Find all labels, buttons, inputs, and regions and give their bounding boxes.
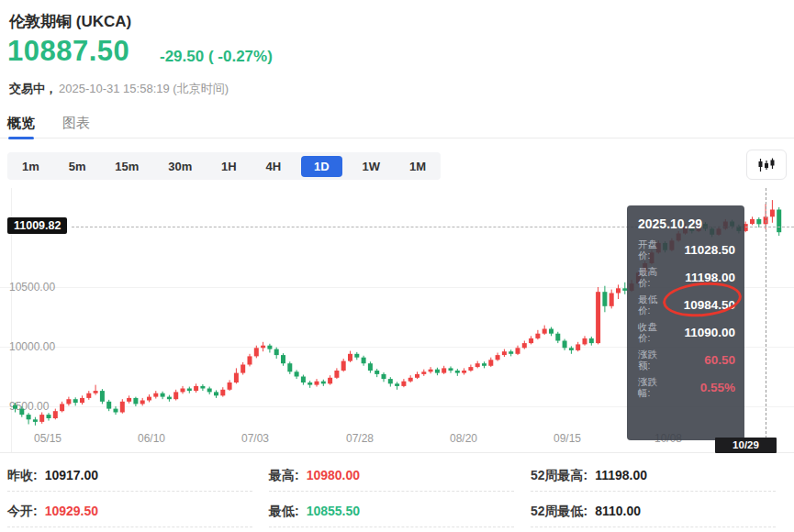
ohlc-tooltip: 2025.10.29 开盘价: 11028.50 最高价: 11198.00 最… bbox=[627, 205, 744, 440]
interval-1m-month[interactable]: 1M bbox=[400, 156, 435, 177]
tooltip-row-high: 最高价: 11198.00 bbox=[638, 266, 735, 288]
interval-1m[interactable]: 1m bbox=[13, 156, 49, 177]
interval-5m[interactable]: 5m bbox=[60, 156, 95, 177]
tooltip-change-value: 60.50 bbox=[665, 353, 735, 367]
interval-1d[interactable]: 1D bbox=[301, 156, 342, 177]
tooltip-high-value: 11198.00 bbox=[665, 271, 735, 284]
crosshair-vertical-line bbox=[766, 188, 766, 438]
tooltip-row-change: 涨跌额: 60.50 bbox=[638, 349, 735, 371]
stat-high: 最高:10980.00 bbox=[269, 461, 514, 492]
x-axis-label: 08/20 bbox=[441, 432, 486, 445]
stat-low: 最低:10855.50 bbox=[269, 497, 514, 527]
x-axis-label: 09/15 bbox=[544, 432, 590, 445]
tab-overview[interactable]: 概览 bbox=[7, 115, 35, 132]
price-change: -29.50 ( -0.27%) bbox=[160, 48, 273, 66]
trading-status: 交易中，2025-10-31 15:58:19 (北京时间) bbox=[9, 81, 229, 97]
page-title: 伦敦期铜 (UKCA) bbox=[9, 11, 131, 32]
x-axis-line bbox=[0, 452, 794, 453]
stat-52w-high: 52周最高:11198.00 bbox=[531, 461, 776, 492]
interval-4h[interactable]: 4H bbox=[257, 156, 291, 177]
tooltip-date: 2025.10.29 bbox=[638, 216, 735, 231]
interval-15m[interactable]: 15m bbox=[106, 156, 148, 177]
crosshair-date-badge: 10/29 bbox=[715, 438, 777, 453]
tab-bar: 概览 图表 bbox=[0, 112, 794, 139]
tooltip-low-value: 10984.50 bbox=[665, 298, 735, 312]
x-axis-label: 07/28 bbox=[337, 432, 383, 445]
tooltip-row-change-pct: 涨跌幅: 0.55% bbox=[638, 376, 735, 398]
tooltip-open-value: 11028.50 bbox=[665, 243, 735, 257]
current-price: 10887.50 bbox=[7, 35, 129, 68]
stat-prev-close: 昨收:10917.00 bbox=[7, 461, 252, 492]
tooltip-row-low: 最低价: 10984.50 bbox=[638, 294, 735, 316]
interval-1w[interactable]: 1W bbox=[353, 156, 390, 177]
stat-52w-low: 52周最低:8110.00 bbox=[531, 497, 776, 527]
tooltip-row-open: 开盘价: 11028.50 bbox=[638, 238, 735, 260]
candlestick-icon bbox=[757, 158, 776, 172]
chart-style-button[interactable] bbox=[746, 150, 787, 180]
x-axis-label: 05/15 bbox=[25, 432, 71, 445]
interval-30m[interactable]: 30m bbox=[159, 156, 201, 177]
tooltip-change-pct-value: 0.55% bbox=[665, 381, 735, 394]
interval-selector: 1m 5m 15m 30m 1H 4H 1D 1W 1M bbox=[7, 152, 441, 180]
tooltip-close-value: 11090.00 bbox=[665, 326, 735, 339]
x-axis-label: 07/03 bbox=[232, 432, 278, 445]
price-axis-badge: 11009.82 bbox=[7, 217, 67, 234]
trading-status-label: 交易中， bbox=[9, 82, 57, 95]
tab-chart[interactable]: 图表 bbox=[62, 115, 90, 132]
interval-1h[interactable]: 1H bbox=[212, 156, 246, 177]
tooltip-row-close: 收盘价: 11090.00 bbox=[638, 321, 735, 343]
quote-timestamp: 2025-10-31 15:58:19 (北京时间) bbox=[59, 82, 229, 95]
stat-open: 今开:10929.50 bbox=[7, 497, 252, 527]
x-axis-label: 06/10 bbox=[129, 432, 174, 445]
